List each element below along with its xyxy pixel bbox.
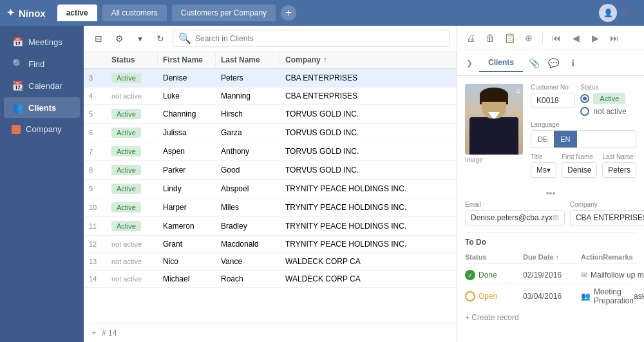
sidebar-item-clients[interactable]: 👥 Clients — [4, 97, 80, 118]
table-row[interactable]: 13 not active Nico Vance WALDECK CORP CA — [84, 253, 457, 271]
row-lastname: Abspoel — [216, 180, 280, 197]
row-num: 6 — [84, 125, 106, 140]
status-active-option[interactable]: Active — [580, 93, 636, 104]
table-panel: ⊟ ⚙ ▾ ↻ 🔍 Status First Name Last Name Co… — [84, 26, 457, 342]
print-icon[interactable]: 🖨 — [462, 30, 479, 46]
table-row[interactable]: 7 Active Aspen Anthony TORVUS GOLD INC. — [84, 142, 457, 161]
search-input[interactable] — [195, 34, 444, 43]
table-row[interactable]: 12 not active Grant Macdonald TRYNITY PE… — [84, 236, 457, 253]
add-row-icon[interactable]: ＋ — [90, 327, 98, 338]
settings-table-icon[interactable]: ⚙ — [111, 30, 128, 47]
todo-status-cell: Open — [465, 291, 523, 301]
action-label: Meeting Preparation — [594, 287, 634, 305]
lang-de-btn[interactable]: DE — [531, 131, 554, 147]
row-count: # 14 — [102, 328, 117, 337]
table-row[interactable]: 10 Active Harper Miles TRYNITY PEACE HOL… — [84, 198, 457, 217]
row-lastname: Garza — [216, 124, 280, 141]
tab-attachments-icon[interactable]: 📎 — [526, 55, 542, 71]
row-firstname: Luke — [158, 88, 216, 104]
row-company: WALDECK CORP CA — [280, 271, 457, 287]
email-icon[interactable]: ✉ — [553, 213, 559, 222]
row-status: Active — [106, 217, 158, 235]
refresh-icon[interactable]: ↻ — [152, 30, 169, 47]
table-row[interactable]: 14 not active Michael Roach WALDECK CORP… — [84, 271, 457, 288]
company-input[interactable]: CBA ENTERPRISES (EDEN PRAI… ↗ — [570, 210, 644, 225]
tab-customers-per-company[interactable]: Customers per Company — [172, 5, 276, 21]
sidebar: 📅 Meetings 🔍 Find 📆 Calendar 👥 Clients C… — [0, 26, 84, 342]
tab-active[interactable]: active — [57, 5, 97, 21]
todo-action-cell: 👥 Meeting Preparation — [581, 287, 634, 305]
row-num: 12 — [84, 236, 106, 252]
sidebar-item-company[interactable]: Company — [4, 119, 80, 139]
todo-row[interactable]: Open 03/04/2016 👥 Meeting Preparation as… — [465, 284, 636, 309]
email-input[interactable]: Denise.peters@cba.zyx ✉ — [465, 210, 565, 225]
email-value: Denise.peters@cba.zyx — [471, 213, 553, 222]
company-label: Company — [570, 201, 644, 208]
user-avatar[interactable]: 👤 — [599, 4, 617, 22]
done-check-icon: ✓ — [465, 270, 475, 280]
table-row[interactable]: 3 Active Denise Peters CBA ENTERPRISES — [84, 69, 457, 88]
status-not-active-radio[interactable] — [580, 107, 589, 116]
status-not-active-option[interactable]: not active — [580, 107, 636, 116]
tab-all-customers[interactable]: All customers — [102, 5, 167, 21]
next-record-icon[interactable]: ▶ — [587, 30, 603, 46]
row-company: WALDECK CORP CA — [280, 253, 457, 270]
first-record-icon[interactable]: ⏮ — [548, 30, 565, 46]
status-active-radio[interactable] — [580, 94, 589, 103]
settings-icon[interactable]: ⚙ — [621, 5, 638, 21]
copy-icon[interactable]: 📋 — [501, 30, 518, 46]
delete-icon[interactable]: 🗑 — [482, 30, 498, 46]
row-status: Active — [106, 142, 158, 160]
table-row[interactable]: 8 Active Parker Good TORVUS GOLD INC. — [84, 161, 457, 180]
tab-comments-icon[interactable]: 💬 — [545, 55, 562, 71]
add-record-icon[interactable]: ⊕ — [520, 30, 537, 46]
first-name-input[interactable]: Denise — [562, 162, 597, 178]
lang-en-btn[interactable]: EN — [554, 131, 576, 147]
company-dot-icon — [12, 125, 21, 134]
sidebar-item-meetings[interactable]: 📅 Meetings — [4, 32, 80, 52]
todo-header: Status Due Date ↑ Action Remarks — [465, 251, 636, 264]
first-name-label: First Name — [562, 153, 597, 160]
tab-clients[interactable]: Clients — [479, 54, 523, 72]
row-status: not active — [106, 88, 158, 104]
email-label: Email — [465, 201, 565, 208]
status-badge: Active — [111, 73, 141, 83]
create-record-button[interactable]: + Create record — [465, 309, 636, 326]
table-footer: ＋ # 14 — [84, 323, 457, 342]
table-row[interactable]: 4 not active Luke Manning CBA ENTERPRISE… — [84, 88, 457, 105]
prev-record-icon[interactable]: ◀ — [567, 30, 584, 46]
todo-action-cell: ✉ Mail — [581, 271, 605, 280]
sidebar-item-calendar[interactable]: 📆 Calendar — [4, 75, 80, 96]
row-status: not active — [106, 236, 158, 252]
todo-row[interactable]: ✓Done 02/19/2016 ✉ Mail follow up mail — [465, 267, 636, 284]
row-lastname: Good — [216, 162, 280, 178]
todo-col-status: Status — [465, 253, 523, 261]
table-row[interactable]: 5 Active Channing Hirsch TORVUS GOLD INC… — [84, 105, 457, 124]
table-row[interactable]: 11 Active Kameron Bradley TRYNITY PEACE … — [84, 217, 457, 236]
row-lastname: Hirsch — [216, 106, 280, 122]
sidebar-item-find[interactable]: 🔍 Find — [4, 53, 80, 74]
title-select[interactable]: Ms ▾ — [531, 162, 556, 178]
row-num: 8 — [84, 162, 106, 178]
customer-no-input[interactable]: K0018 — [531, 93, 575, 108]
panel-collapse-icon[interactable]: ❯ — [462, 56, 477, 70]
photo-menu-icon[interactable]: ≡ — [516, 86, 520, 95]
row-firstname: Julissa — [158, 124, 216, 141]
filter-icon[interactable]: ⊟ — [90, 30, 107, 47]
row-company: CBA ENTERPRISES — [280, 70, 457, 86]
row-lastname: Bradley — [216, 218, 280, 234]
sidebar-label-meetings: Meetings — [28, 37, 62, 47]
settings-caret-icon[interactable]: ▾ — [131, 30, 148, 47]
add-tab-button[interactable]: + — [281, 5, 296, 21]
col-num — [84, 52, 106, 68]
sidebar-label-company: Company — [26, 124, 62, 134]
detail-content: ≡ Image Customer No K0018 Status — [457, 76, 644, 342]
last-record-icon[interactable]: ⏭ — [606, 30, 623, 46]
more-fields-dots[interactable]: ••• — [465, 185, 636, 201]
table-row[interactable]: 9 Active Lindy Abspoel TRYNITY PEACE HOL… — [84, 180, 457, 198]
tab-info-icon[interactable]: ℹ — [564, 55, 581, 71]
action-icon: ✉ — [581, 271, 587, 280]
table-row[interactable]: 6 Active Julissa Garza TORVUS GOLD INC. — [84, 124, 457, 142]
status-badge: not active — [111, 258, 142, 265]
last-name-input[interactable]: Peters — [602, 162, 636, 178]
